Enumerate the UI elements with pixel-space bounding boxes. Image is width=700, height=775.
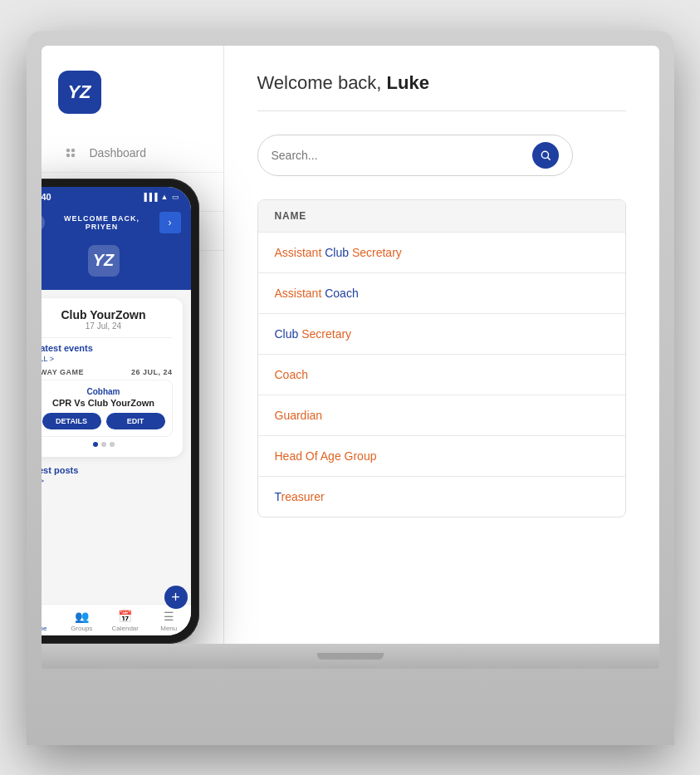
sidebar-item-dashboard-label: Dashboard	[90, 146, 147, 159]
welcome-prefix: Welcome back,	[257, 72, 387, 93]
phone-edit-button[interactable]: EDIT	[106, 413, 165, 429]
table-row[interactable]: Assistant Coach	[258, 272, 625, 313]
role-name: Assistant Club Secretary	[275, 246, 402, 259]
header-divider	[257, 110, 626, 111]
phone-carousel-dots	[42, 442, 173, 447]
phone-nav-menu[interactable]: ☰ Menu	[147, 610, 191, 632]
phone-dot-1	[93, 442, 98, 447]
phone-nav-home[interactable]: ⌂ Home	[42, 610, 61, 632]
svg-point-0	[66, 148, 70, 152]
phone-time: 08:40	[42, 192, 51, 202]
table-row[interactable]: Club Secretary	[258, 313, 625, 354]
role-highlight: Club	[325, 246, 349, 259]
phone-dot-2	[101, 442, 106, 447]
phone-event-venue: Cobham	[42, 387, 165, 396]
role-name: Head Of Age Group	[275, 449, 377, 463]
role-highlight: Club	[275, 327, 299, 341]
phone-fab-button[interactable]: +	[164, 586, 188, 609]
phone-nav-groups-label: Groups	[71, 625, 92, 632]
roles-table: NAME Assistant Club Secretary Assistant …	[257, 199, 626, 517]
laptop-notch	[317, 653, 384, 660]
svg-point-2	[66, 153, 70, 157]
phone-header: ‹ WELCOME BACK, PRIYEN ›	[42, 205, 191, 245]
role-name: Coach	[275, 368, 308, 381]
phone-event-card: Cobham CPR Vs Club YourZown DETAILS EDIT	[42, 380, 173, 437]
welcome-heading: Welcome back, Luke	[257, 72, 626, 94]
groups-nav-icon: 👥	[75, 610, 89, 623]
phone-event-row: AWAY GAME 26 Jul, 24	[42, 368, 173, 376]
phone-nav-calendar-label: Calendar	[112, 625, 139, 632]
phone-shell: 08:40 ▐▐▐ ▲ ▭ ‹ WELCOME BACK, PRIYEN ›	[42, 179, 199, 644]
phone-back-button[interactable]: ‹	[42, 213, 45, 232]
phone-all-events-link[interactable]: ALL >	[42, 355, 173, 363]
phone-event-date: 26 Jul, 24	[131, 368, 173, 376]
laptop-screen: YZ Dashboard	[42, 46, 659, 644]
phone-club-name: Club YourZown	[42, 308, 173, 321]
phone-app-logo: YZ	[88, 245, 120, 277]
search-bar[interactable]	[257, 135, 573, 176]
table-row[interactable]: Guardian	[258, 395, 625, 435]
laptop-shell: YZ Dashboard	[27, 31, 674, 745]
phone-club-date: 17 Jul, 24	[42, 321, 173, 331]
table-row[interactable]: Head Of Age Group	[258, 435, 625, 476]
phone-event-buttons: DETAILS EDIT	[42, 413, 165, 429]
phone-status-icons: ▐▐▐ ▲ ▭	[141, 193, 179, 201]
role-highlight: Coach	[325, 287, 358, 300]
table-row[interactable]: Assistant Club Secretary	[258, 232, 625, 272]
phone-dot-3	[110, 442, 115, 447]
phone-details-button[interactable]: DETAILS	[42, 413, 101, 429]
phone-screen: 08:40 ▐▐▐ ▲ ▭ ‹ WELCOME BACK, PRIYEN ›	[42, 187, 191, 635]
phone-event-type: AWAY GAME	[42, 368, 85, 376]
app-logo: YZ	[58, 71, 101, 114]
dashboard-icon	[61, 144, 80, 162]
main-content: Welcome back, Luke NAME Assistant Club S…	[224, 46, 659, 644]
sidebar-logo-area: YZ	[42, 62, 223, 134]
table-column-header: NAME	[258, 200, 625, 232]
phone-bottom-nav: ⌂ Home 👥 Groups 📅 Calendar ☰	[42, 604, 191, 635]
menu-icon: ☰	[164, 610, 174, 623]
phone-nav-menu-label: Menu	[160, 625, 177, 632]
svg-point-3	[71, 153, 75, 157]
wifi-icon: ▲	[161, 193, 169, 201]
phone-nav-groups[interactable]: 👥 Groups	[60, 610, 104, 632]
phone-card-divider	[42, 337, 173, 338]
laptop-bottom-bar	[42, 644, 659, 669]
battery-icon: ▭	[172, 193, 179, 201]
phone-overlay: 08:40 ▐▐▐ ▲ ▭ ‹ WELCOME BACK, PRIYEN ›	[42, 179, 199, 644]
role-name: Guardian	[275, 409, 323, 422]
phone-nav-calendar[interactable]: 📅 Calendar	[104, 610, 148, 632]
phone-all-posts-link[interactable]: ALL >	[42, 477, 183, 485]
table-row[interactable]: Coach	[258, 354, 625, 395]
phone-body: Club YourZown 17 Jul, 24 Latest events A…	[42, 290, 191, 604]
role-name: Treasurer	[275, 490, 325, 503]
signal-icon: ▐▐▐	[141, 193, 157, 201]
phone-header-title: WELCOME BACK, PRIYEN	[51, 214, 153, 231]
phone-event-match: CPR Vs Club YourZown	[42, 398, 165, 408]
table-row[interactable]: Treasurer	[258, 476, 625, 517]
phone-latest-posts-label: Latest posts	[42, 465, 183, 475]
role-highlight: T	[275, 490, 281, 503]
sidebar-item-dashboard[interactable]: Dashboard	[42, 134, 223, 173]
svg-point-1	[71, 148, 75, 152]
phone-logo-area: YZ	[42, 245, 191, 290]
phone-latest-events-label: Latest events	[42, 343, 173, 353]
calendar-icon: 📅	[118, 610, 132, 623]
search-input[interactable]	[272, 149, 532, 162]
phone-club-card: Club YourZown 17 Jul, 24 Latest events A…	[42, 298, 183, 457]
search-button[interactable]	[532, 142, 559, 169]
role-name: Club Secretary	[275, 327, 352, 341]
phone-status-bar: 08:40 ▐▐▐ ▲ ▭	[42, 187, 191, 205]
welcome-name: Luke	[387, 72, 429, 93]
phone-nav-home-label: Home	[42, 625, 47, 632]
role-name: Assistant Coach	[275, 287, 359, 300]
phone-nav-arrow-button[interactable]: ›	[159, 212, 181, 233]
